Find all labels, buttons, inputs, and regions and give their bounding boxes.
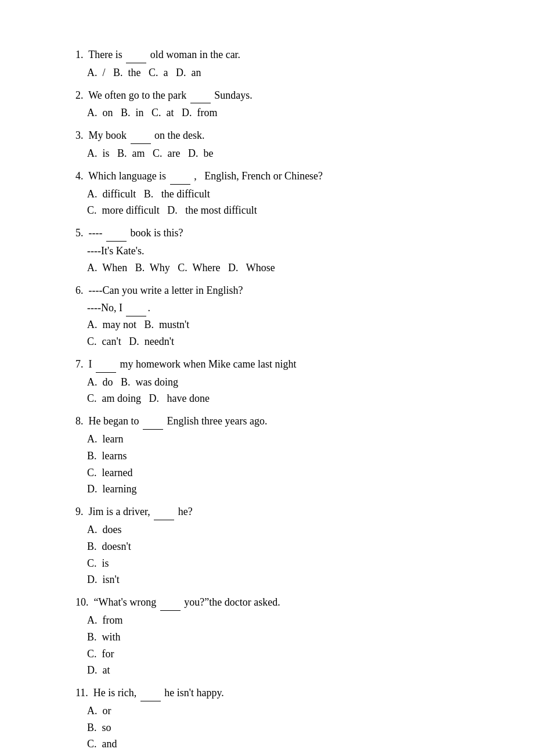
q11-opt-a: A. or (87, 703, 476, 719)
q9-opt-a: A. does (87, 521, 476, 538)
q9-text: 9. Jim is a driver, he? (75, 503, 476, 520)
question-1: 1. There is old woman in the car. A. / B… (75, 46, 476, 81)
question-5: 5. ---- book is this? ----It's Kate's. A… (75, 225, 476, 276)
q6-text: 6. ----Can you write a letter in English… (75, 282, 476, 299)
q1-options: A. / B. the C. a D. an (75, 67, 201, 78)
q8-options: A. learn B. learns C. learned D. learnin… (75, 431, 476, 498)
q4-opt-cd: C. more difficult D. the most difficult (87, 202, 476, 219)
question-list: 1. There is old woman in the car. A. / B… (75, 46, 476, 756)
q5-dialogue: ----It's Kate's. (75, 243, 476, 260)
q7-opt-cd: C. am doing D. have done (87, 390, 476, 407)
q4-text: 4. Which language is , English, French o… (75, 168, 476, 185)
q10-text: 10. “What's wrong you?”the doctor asked. (75, 594, 476, 611)
q2-options: A. on B. in C. at D. from (75, 107, 218, 118)
q9-opt-d: D. isn't (87, 571, 476, 588)
question-11: 11. He is rich, he isn't happy. A. or B.… (75, 685, 476, 756)
q8-text: 8. He began to English three years ago. (75, 413, 476, 430)
question-3: 3. My book on the desk. A. is B. am C. a… (75, 127, 476, 162)
q7-options: A. do B. was doing C. am doing D. have d… (75, 374, 476, 408)
q7-opt-ab: A. do B. was doing (87, 374, 476, 391)
q10-options: A. from B. with C. for D. at (75, 612, 476, 679)
q11-options: A. or B. so C. and D. but (75, 703, 476, 756)
q4-options: A. difficult B. the difficult C. more di… (75, 186, 476, 219)
q10-opt-d: D. at (87, 662, 476, 679)
q10-opt-c: C. for (87, 646, 476, 663)
q8-opt-a: A. learn (87, 431, 476, 448)
question-8: 8. He began to English three years ago. … (75, 413, 476, 498)
q11-text: 11. He is rich, he isn't happy. (75, 685, 476, 701)
q9-opt-b: B. doesn't (87, 538, 476, 555)
q8-opt-c: C. learned (87, 465, 476, 481)
question-6: 6. ----Can you write a letter in English… (75, 282, 476, 350)
question-2: 2. We often go to the park Sundays. A. o… (75, 87, 476, 122)
q4-opt-ab: A. difficult B. the difficult (87, 186, 476, 203)
q11-opt-c: C. and (87, 736, 476, 753)
q9-opt-c: C. is (87, 555, 476, 572)
question-9: 9. Jim is a driver, he? A. does B. doesn… (75, 503, 476, 588)
question-4: 4. Which language is , English, French o… (75, 168, 476, 219)
q6-opt-ab: A. may not B. mustn't (87, 316, 476, 333)
q11-opt-b: B. so (87, 719, 476, 736)
q3-text: 3. My book on the desk. (75, 127, 476, 144)
question-7: 7. I my homework when Mike came last nig… (75, 356, 476, 407)
q2-text: 2. We often go to the park Sundays. (75, 87, 476, 104)
q10-opt-b: B. with (87, 629, 476, 646)
q8-opt-d: D. learning (87, 481, 476, 498)
q5-options: A. When B. Why C. Where D. Whose (75, 260, 476, 276)
q7-text: 7. I my homework when Mike came last nig… (75, 356, 476, 373)
q11-opt-d: D. but (87, 753, 476, 756)
q1-text: 1. There is old woman in the car. (75, 46, 476, 63)
question-10: 10. “What's wrong you?”the doctor asked.… (75, 594, 476, 679)
q5-text: 5. ---- book is this? (75, 225, 476, 242)
q8-opt-b: B. learns (87, 448, 476, 465)
q10-opt-a: A. from (87, 612, 476, 629)
q9-options: A. does B. doesn't C. is D. isn't (75, 521, 476, 588)
q3-options: A. is B. am C. are D. be (75, 147, 213, 159)
q6-dialogue: ----No, I . (75, 300, 476, 316)
q6-options: A. may not B. mustn't C. can't D. needn'… (75, 316, 476, 350)
q6-opt-cd: C. can't D. needn't (87, 333, 476, 350)
